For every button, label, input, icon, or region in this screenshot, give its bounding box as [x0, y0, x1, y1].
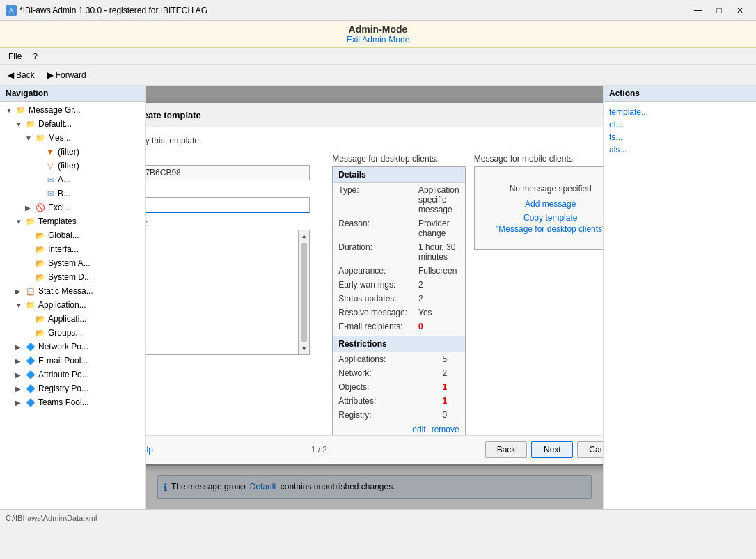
copy-template-link[interactable]: Copy template — [480, 213, 603, 223]
network-label: Network: — [333, 366, 436, 380]
tree-toggle-icon[interactable]: ▶ — [15, 385, 25, 393]
tree-item-b[interactable]: ✉ B... — [0, 187, 145, 200]
tree-toggle-icon[interactable]: ▼ — [15, 120, 25, 128]
tree-item-templates[interactable]: ▼ 📁 Templates — [0, 214, 145, 228]
tree-item-message-group[interactable]: ▼ 📁 Message Gr... — [0, 103, 145, 117]
table-row: Early warnings: 2 — [333, 278, 464, 292]
tree-item-application[interactable]: ▼ 📁 Application... — [0, 298, 145, 312]
mobile-section-header: Message for mobile clients: — [474, 154, 603, 164]
reason-label: Reason: — [333, 216, 413, 240]
tree-item-filter1[interactable]: ▼ (filter) — [0, 145, 145, 159]
tree-toggle-icon[interactable]: ▶ — [15, 343, 25, 351]
dialog-title-text: Create template — [146, 110, 201, 120]
action-link-0[interactable]: template... — [609, 107, 750, 117]
notice-scrollbar: ▲ ▼ — [298, 230, 309, 354]
tree-item-excl[interactable]: ▶ 🚫 Excl... — [0, 200, 145, 214]
dialog-title-left: T Create template — [146, 109, 201, 120]
excl-icon: 🚫 — [35, 202, 46, 213]
scrollbar-up-arrow[interactable]: ▲ — [299, 230, 310, 242]
desktop-panel-footer: edit remove — [333, 422, 464, 435]
applicati-icon: 📂 — [35, 313, 46, 324]
tree-item-global[interactable]: 📂 Global... — [0, 228, 145, 242]
help-label: Help — [146, 445, 153, 455]
back-button[interactable]: Back — [485, 441, 528, 458]
tree-item-attribute[interactable]: ▶ 🔷 Attribute Po... — [0, 368, 145, 381]
menu-file[interactable]: File — [3, 50, 27, 63]
tree-item-a[interactable]: ✉ A... — [0, 173, 145, 187]
dialog-right-column: Message for mobile clients: No message s… — [474, 154, 603, 435]
tree-toggle-icon[interactable]: ▼ — [15, 218, 25, 226]
tree-toggle-icon[interactable]: ▼ — [25, 134, 35, 142]
item-a-icon: ✉ — [45, 174, 56, 185]
applications-label: Applications: — [333, 352, 436, 366]
tree-toggle-icon[interactable]: ▼ — [6, 107, 15, 114]
back-button[interactable]: ◀ Back — [3, 68, 40, 82]
tree-item-email[interactable]: ▶ 🔷 E-mail Pool... — [0, 354, 145, 368]
tree-item-interface[interactable]: 📂 Interfa... — [0, 242, 145, 256]
dialog-footer-right: Back Next Cancel — [485, 441, 603, 458]
templates-icon: 📁 — [25, 216, 36, 227]
mobile-message-panel: No message specified Add message Copy te… — [474, 166, 603, 250]
scrollbar-thumb[interactable] — [301, 243, 307, 342]
appearance-value: Fullscreen — [413, 264, 465, 278]
tree-item-teams[interactable]: ▶ 🔷 Teams Pool... — [0, 395, 145, 409]
resolve-message-value: Yes — [413, 306, 465, 320]
forward-button[interactable]: ▶ Forward — [42, 68, 91, 82]
tree-item-applicati[interactable]: 📂 Applicati... — [0, 312, 145, 326]
tree-item-mes[interactable]: ▼ 📁 Mes... — [0, 131, 145, 145]
tree-item-system-a[interactable]: 📂 System A... — [0, 256, 145, 270]
notice-textarea-container: ▲ ▼ — [146, 230, 310, 355]
interface-icon: 📂 — [35, 244, 46, 255]
tree-item-filter2[interactable]: ▽ (filter) — [0, 159, 145, 173]
title-bar-controls: — □ ✕ — [688, 3, 750, 17]
next-button[interactable]: Next — [531, 441, 573, 458]
tree-item-static[interactable]: ▶ 📋 Static Messa... — [0, 284, 145, 298]
tree-toggle-icon[interactable]: ▶ — [15, 399, 25, 407]
cancel-button[interactable]: Cancel — [577, 441, 603, 458]
tree-item-system-d[interactable]: 📂 System D... — [0, 270, 145, 284]
name-input[interactable] — [146, 197, 310, 213]
tree-toggle-icon[interactable]: ▶ — [15, 371, 25, 379]
tree-toggle-icon[interactable]: ▶ — [15, 357, 25, 365]
maximize-button[interactable]: □ — [709, 3, 730, 17]
tree-toggle-icon[interactable]: ▼ — [15, 301, 25, 309]
edit-link[interactable]: edit — [412, 425, 425, 434]
add-message-link[interactable]: Add message — [480, 199, 603, 209]
forward-arrow-icon: ▶ — [47, 70, 54, 80]
help-button[interactable]: ? Help — [146, 444, 153, 455]
action-link-2[interactable]: ts... — [609, 132, 750, 142]
exit-admin-mode-link[interactable]: Exit Admin-Mode — [347, 35, 410, 45]
id-input[interactable] — [146, 165, 310, 180]
tree-item-network[interactable]: ▶ 🔷 Network Po... — [0, 340, 145, 354]
table-row: Objects: 1 — [333, 380, 464, 394]
action-link-3[interactable]: als... — [609, 145, 750, 155]
tree-item-registry[interactable]: ▶ 🔷 Registry Po... — [0, 381, 145, 395]
minimize-button[interactable]: — — [688, 3, 709, 17]
default-icon: 📁 — [25, 118, 36, 129]
attribute-icon: 🔷 — [25, 369, 36, 380]
static-icon: 📋 — [25, 285, 36, 297]
notice-textarea[interactable] — [146, 230, 298, 354]
desktop-section-header: Message for desktop clients: — [332, 154, 465, 164]
dialog-columns: ID: Name: Notice: — [146, 154, 603, 435]
tree-toggle-icon[interactable]: ▶ — [25, 204, 35, 212]
remove-link[interactable]: remove — [432, 425, 459, 434]
teams-icon: 🔷 — [25, 397, 36, 408]
global-icon: 📂 — [35, 230, 46, 241]
back-arrow-icon: ◀ — [8, 70, 14, 80]
email-recipients-label: E-mail recipients: — [333, 320, 413, 333]
close-button[interactable]: ✕ — [730, 3, 750, 17]
tree-toggle-icon[interactable]: ▶ — [15, 288, 25, 295]
dialog-body: Specify this template. ID: Name: — [146, 127, 603, 435]
menu-help[interactable]: ? — [27, 50, 43, 63]
tree-item-groups[interactable]: 📂 Groups... — [0, 326, 145, 340]
type-value: Application specific message — [413, 183, 465, 216]
copy-template-from-link[interactable]: "Message for desktop clients" — [480, 224, 603, 234]
table-row: E-mail recipients: 0 — [333, 320, 464, 333]
actions-content: template... el... ts... als... — [604, 102, 756, 509]
tree-item-default[interactable]: ▼ 📁 Default... — [0, 117, 145, 131]
scrollbar-down-arrow[interactable]: ▼ — [299, 343, 310, 354]
details-header: Details — [333, 167, 464, 183]
objects-label: Objects: — [333, 380, 436, 394]
action-link-1[interactable]: el... — [609, 120, 750, 129]
